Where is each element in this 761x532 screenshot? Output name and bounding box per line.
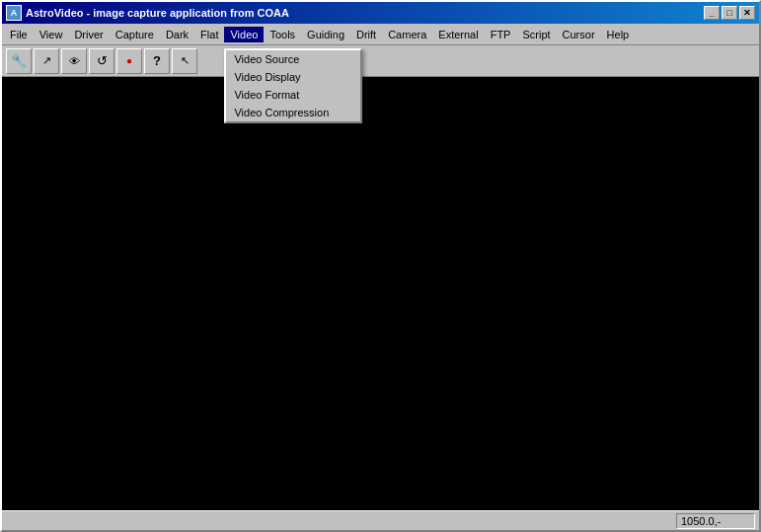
menu-external[interactable]: External bbox=[432, 27, 484, 42]
menu-tools[interactable]: Tools bbox=[264, 27, 301, 42]
video-display-item[interactable]: Video Display bbox=[226, 68, 360, 86]
minimize-button[interactable]: _ bbox=[704, 6, 720, 20]
title-bar: A AstroVideo - image capture application… bbox=[2, 2, 759, 24]
video-dropdown: Video Source Video Display Video Format … bbox=[224, 48, 362, 123]
menu-drift[interactable]: Drift bbox=[350, 27, 382, 42]
menu-flat[interactable]: Flat bbox=[194, 27, 224, 42]
main-window: A AstroVideo - image capture application… bbox=[0, 0, 761, 532]
menu-guiding[interactable]: Guiding bbox=[301, 27, 350, 42]
tool-record-button[interactable]: ● bbox=[116, 48, 142, 74]
menu-driver[interactable]: Driver bbox=[68, 27, 109, 42]
menu-camera[interactable]: Camera bbox=[382, 27, 432, 42]
menu-ftp[interactable]: FTP bbox=[485, 27, 517, 42]
window-title: AstroVideo - image capture application f… bbox=[26, 7, 289, 19]
status-coordinates: 1050.0,- bbox=[676, 513, 755, 529]
video-canvas bbox=[2, 77, 759, 510]
title-bar-buttons: _ □ ✕ bbox=[704, 6, 755, 20]
toolbar: 🔧 ↗ 👁 ↺ ● ? ↖ bbox=[2, 45, 759, 77]
title-bar-left: A AstroVideo - image capture application… bbox=[6, 5, 289, 21]
status-bar: 1050.0,- bbox=[2, 510, 759, 530]
maximize-button[interactable]: □ bbox=[722, 6, 737, 20]
tool-wrench-button[interactable]: 🔧 bbox=[6, 48, 32, 74]
menu-bar: File View Driver Capture Dark Flat Video… bbox=[2, 24, 759, 45]
tool-question-button[interactable]: ? bbox=[144, 48, 170, 74]
menu-video[interactable]: Video Video Source Video Display Video F… bbox=[224, 27, 264, 42]
video-format-item[interactable]: Video Format bbox=[226, 86, 360, 104]
menu-script[interactable]: Script bbox=[516, 27, 556, 42]
menu-cursor[interactable]: Cursor bbox=[557, 27, 601, 42]
tool-cursor-button[interactable]: ↖ bbox=[172, 48, 197, 74]
menu-dark[interactable]: Dark bbox=[160, 27, 194, 42]
menu-capture[interactable]: Capture bbox=[110, 27, 160, 42]
menu-file[interactable]: File bbox=[4, 27, 34, 42]
tool-arrow-button[interactable]: ↗ bbox=[34, 48, 59, 74]
menu-help[interactable]: Help bbox=[601, 27, 636, 42]
video-source-item[interactable]: Video Source bbox=[226, 50, 360, 68]
close-button[interactable]: ✕ bbox=[739, 6, 755, 20]
tool-loop-button[interactable]: ↺ bbox=[89, 48, 114, 74]
video-compression-item[interactable]: Video Compression bbox=[226, 104, 360, 121]
app-icon: A bbox=[6, 5, 22, 21]
tool-eye-button[interactable]: 👁 bbox=[61, 48, 87, 74]
menu-view[interactable]: View bbox=[34, 27, 69, 42]
